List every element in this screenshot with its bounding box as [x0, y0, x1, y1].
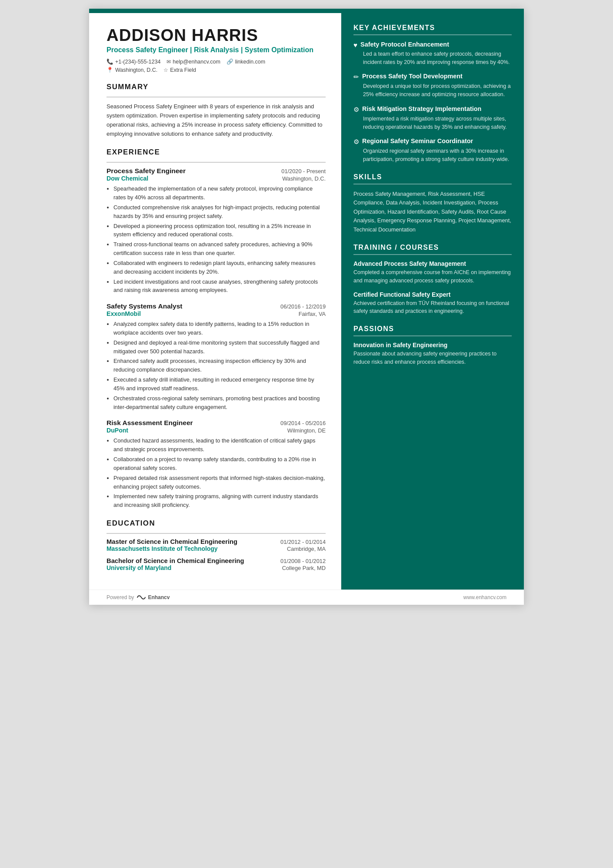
exp-bullet: Trained cross-functional teams on advanc…	[113, 240, 326, 258]
extra-value: Extra Field	[170, 67, 196, 73]
exp-bullet: Led incident investigations and root cau…	[113, 278, 326, 295]
resume-body: ADDISON HARRIS Process Safety Engineer |…	[89, 13, 524, 590]
summary-text: Seasoned Process Safety Engineer with 8 …	[107, 102, 326, 138]
resume-wrapper: ADDISON HARRIS Process Safety Engineer |…	[89, 9, 524, 605]
achievement-item-4: ⚙ Regional Safety Seminar Coordinator Or…	[353, 137, 512, 163]
summary-section-title: SUMMARY	[107, 83, 326, 91]
footer-website: www.enhancv.com	[463, 594, 506, 600]
exp-bullets-1: Spearheaded the implementation of a new …	[107, 184, 326, 295]
achievement-desc-1: Led a team effort to enhance safety prot…	[363, 50, 512, 66]
experience-section-title: EXPERIENCE	[107, 148, 326, 157]
exp-location-3: Wilmington, DE	[287, 427, 326, 434]
email-value: help@enhancv.com	[173, 59, 220, 65]
achievement-item-3: ⚙ Risk Mitigation Strategy Implementatio…	[353, 105, 512, 131]
exp-company-1: Dow Chemical	[107, 175, 148, 182]
linkedin-contact[interactable]: 🔗 linkedin.com	[227, 58, 265, 65]
enhancv-logo: Enhancv	[137, 594, 170, 600]
exp-header-2: Safety Systems Analyst 06/2016 - 12/2019	[107, 302, 326, 310]
edu-degree-1: Master of Science in Chemical Engineerin…	[107, 538, 237, 545]
exp-bullet: Collaborated on a project to revamp safe…	[113, 455, 326, 473]
email-contact: ✉ help@enhancv.com	[167, 58, 220, 65]
exp-bullet: Executed a safety drill initiative, resu…	[113, 375, 326, 393]
applicant-name: ADDISON HARRIS	[107, 26, 326, 44]
training-item-1: Advanced Process Safety Management Compl…	[353, 260, 512, 285]
exp-item-1: Process Safety Engineer 01/2020 - Presen…	[107, 167, 326, 295]
brand-name: Enhancv	[148, 594, 170, 600]
linkedin-value: linkedin.com	[235, 59, 265, 65]
edu-item-2: Bachelor of Science in Chemical Engineer…	[107, 557, 326, 571]
training-title-1: Advanced Process Safety Management	[353, 260, 512, 267]
education-divider	[107, 533, 326, 534]
enhancv-logomark	[137, 594, 146, 600]
exp-bullet: Collaborated with engineers to redesign …	[113, 259, 326, 276]
gear-icon-2: ⚙	[353, 138, 359, 146]
training-section-title: TRAINING / COURSES	[353, 244, 512, 251]
contact-row-1: 📞 +1-(234)-555-1234 ✉ help@enhancv.com 🔗…	[107, 58, 326, 65]
achievement-title-3: Risk Mitigation Strategy Implementation	[362, 105, 481, 113]
exp-bullets-2: Analyzed complex safety data to identify…	[107, 320, 326, 411]
exp-bullets-3: Conducted hazard assessments, leading to…	[107, 436, 326, 509]
exp-location-2: Fairfax, VA	[299, 311, 326, 317]
edu-degree-2: Bachelor of Science in Chemical Engineer…	[107, 557, 244, 564]
training-desc-2: Achieved certification from TÜV Rheinlan…	[353, 299, 512, 315]
exp-company-row-1: Dow Chemical Washington, D.C.	[107, 175, 326, 182]
edu-item-1: Master of Science in Chemical Engineerin…	[107, 538, 326, 552]
footer: Powered by Enhancv www.enhancv.com	[89, 590, 524, 605]
exp-bullet: Designed and deployed a real-time monito…	[113, 338, 326, 356]
exp-bullet: Prepared detailed risk assessment report…	[113, 474, 326, 491]
edu-dates-2: 01/2008 - 01/2012	[280, 558, 326, 564]
edu-school-row-2: University of Maryland College Park, MD	[107, 564, 326, 571]
skills-divider	[353, 184, 512, 184]
achievement-title-row-1: ♥ Safety Protocol Enhancement	[353, 40, 512, 49]
top-accent-bar	[89, 9, 524, 13]
email-icon: ✉	[167, 58, 171, 65]
edu-header-1: Master of Science in Chemical Engineerin…	[107, 538, 326, 545]
exp-bullet: Conducted comprehensive risk analyses fo…	[113, 203, 326, 221]
achievement-desc-3: Implemented a risk mitigation strategy a…	[363, 115, 512, 131]
footer-brand: Powered by Enhancv	[107, 594, 170, 600]
header-section: ADDISON HARRIS Process Safety Engineer |…	[107, 26, 326, 73]
achievement-title-1: Safety Protocol Enhancement	[360, 40, 449, 49]
location-contact: 📍 Washington, D.C.	[107, 67, 157, 73]
exp-job-title-2: Safety Systems Analyst	[107, 302, 183, 310]
heart-icon: ♥	[353, 41, 357, 49]
phone-value: +1-(234)-555-1234	[115, 59, 160, 65]
applicant-title: Process Safety Engineer | Risk Analysis …	[107, 46, 326, 54]
exp-bullet: Developed a pioneering process optimizat…	[113, 222, 326, 239]
exp-item-2: Safety Systems Analyst 06/2016 - 12/2019…	[107, 302, 326, 411]
achievements-divider	[353, 34, 512, 35]
extra-contact: ☆ Extra Field	[163, 67, 196, 73]
exp-location-1: Washington, D.C.	[282, 175, 326, 182]
edu-school-row-1: Massachusetts Institute of Technology Ca…	[107, 545, 326, 552]
edu-header-2: Bachelor of Science in Chemical Engineer…	[107, 557, 326, 564]
training-divider	[353, 254, 512, 255]
training-title-2: Certified Functional Safety Expert	[353, 291, 512, 298]
edu-location-2: College Park, MD	[282, 565, 326, 571]
achievement-title-row-2: ✏ Process Safety Tool Development	[353, 72, 512, 81]
skills-text: Process Safety Management, Risk Assessme…	[353, 190, 512, 234]
left-column: ADDISON HARRIS Process Safety Engineer |…	[89, 13, 341, 590]
passions-divider	[353, 335, 512, 336]
achievement-desc-2: Developed a unique tool for process opti…	[363, 82, 512, 98]
achievements-section-title: KEY ACHIEVEMENTS	[353, 24, 512, 32]
achievement-item-2: ✏ Process Safety Tool Development Develo…	[353, 72, 512, 98]
gear-icon-1: ⚙	[353, 106, 359, 114]
passion-desc-1: Passionate about advancing safety engine…	[353, 350, 512, 366]
location-icon: 📍	[107, 67, 113, 73]
exp-dates-2: 06/2016 - 12/2019	[280, 303, 326, 310]
edu-dates-1: 01/2012 - 01/2014	[280, 539, 326, 545]
edu-school-1: Massachusetts Institute of Technology	[107, 545, 218, 552]
edu-location-1: Cambridge, MA	[287, 546, 326, 552]
exp-job-title-3: Risk Assessment Engineer	[107, 419, 193, 427]
exp-item-3: Risk Assessment Engineer 09/2014 - 05/20…	[107, 419, 326, 509]
exp-bullet: Conducted hazard assessments, leading to…	[113, 436, 326, 454]
passion-title-1: Innovation in Safety Engineering	[353, 342, 512, 349]
exp-bullet: Orchestrated cross-regional safety semin…	[113, 394, 326, 412]
exp-bullet: Implemented new safety training programs…	[113, 492, 326, 509]
location-value: Washington, D.C.	[115, 67, 157, 73]
exp-company-row-2: ExxonMobil Fairfax, VA	[107, 310, 326, 317]
exp-company-row-3: DuPont Wilmington, DE	[107, 427, 326, 434]
phone-icon: 📞	[107, 58, 113, 65]
exp-job-title-1: Process Safety Engineer	[107, 167, 186, 175]
exp-header-3: Risk Assessment Engineer 09/2014 - 05/20…	[107, 419, 326, 427]
